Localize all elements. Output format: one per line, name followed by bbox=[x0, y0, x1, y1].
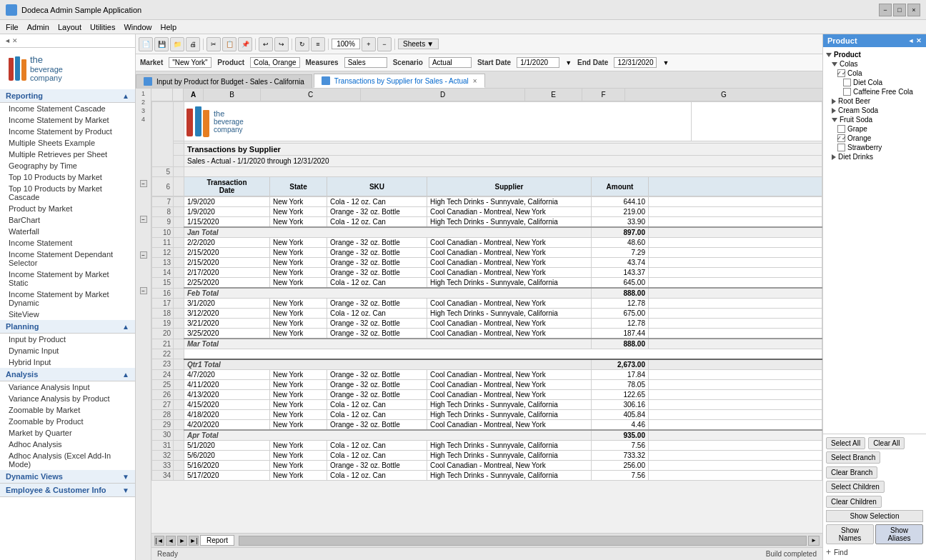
nav-next-btn[interactable]: ► bbox=[177, 536, 187, 546]
section-dynamic-views[interactable]: Dynamic Views ▼ bbox=[0, 470, 135, 484]
sidebar-item-top10-market-cascade[interactable]: Top 10 Products by Market Cascade bbox=[0, 183, 135, 203]
collapse-btn-4[interactable]: − bbox=[140, 287, 147, 294]
tree-item-fruit-soda[interactable]: Fruit Soda bbox=[826, 115, 923, 124]
close-button[interactable]: × bbox=[907, 4, 920, 16]
tab-close-transactions[interactable]: × bbox=[473, 77, 477, 85]
select-children-btn[interactable]: Select Children bbox=[826, 481, 885, 493]
sidebar-item-variance-product[interactable]: Variance Analysis by Product bbox=[0, 393, 135, 404]
section-analysis[interactable]: Analysis ▲ bbox=[0, 368, 135, 381]
market-value[interactable]: "New York" bbox=[169, 57, 211, 68]
start-date-value[interactable]: 1/1/2020 bbox=[517, 57, 559, 68]
zoom-out-btn[interactable]: − bbox=[377, 37, 392, 51]
menu-help[interactable]: Help bbox=[161, 23, 177, 31]
toolbar-print-btn[interactable]: 🖨 bbox=[186, 37, 200, 51]
tree-item-caffeine-free-cola[interactable]: Caffeine Free Cola bbox=[826, 87, 923, 96]
end-date-value[interactable]: 12/31/2020 bbox=[614, 57, 657, 68]
toolbar-copy-btn[interactable]: 📋 bbox=[222, 37, 237, 51]
tab-transactions-supplier[interactable]: Transactions by Supplier for Sales - Act… bbox=[314, 74, 485, 88]
start-date-arrow[interactable]: ▼ bbox=[565, 59, 572, 66]
toolbar-refresh-btn[interactable]: ↻ bbox=[295, 37, 309, 51]
collapse-btn-3[interactable]: − bbox=[140, 251, 147, 259]
menu-window[interactable]: Window bbox=[124, 23, 151, 31]
sidebar-item-zoomable-product[interactable]: Zoomable by Product bbox=[0, 416, 135, 427]
find-row[interactable]: + Find bbox=[826, 547, 923, 557]
zoom-level[interactable]: 100% bbox=[332, 39, 360, 49]
group-level-1[interactable]: 1 bbox=[136, 90, 151, 97]
sheets-dropdown-btn[interactable]: Sheets ▼ bbox=[398, 39, 439, 49]
nav-first-btn[interactable]: |◄ bbox=[154, 536, 164, 546]
sidebar-item-input-product[interactable]: Input by Product bbox=[0, 334, 135, 345]
window-controls[interactable]: − □ × bbox=[879, 4, 920, 16]
zoom-in-btn[interactable]: + bbox=[362, 37, 376, 51]
tree-item-cream-soda[interactable]: Cream Soda bbox=[826, 106, 923, 115]
toolbar-paste-btn[interactable]: 📌 bbox=[238, 37, 252, 51]
sidebar-item-geography-time[interactable]: Geography by Time bbox=[0, 160, 135, 171]
toolbar-open-btn[interactable]: 📁 bbox=[170, 37, 184, 51]
col-d-header[interactable]: D bbox=[361, 89, 525, 101]
tree-orange-checkbox[interactable]: ✓ bbox=[837, 134, 845, 142]
tree-item-cola[interactable]: ✓ Cola bbox=[826, 69, 923, 78]
tree-item-strawberry[interactable]: Strawberry bbox=[826, 143, 923, 152]
section-planning[interactable]: Planning ▲ bbox=[0, 320, 135, 334]
measures-value[interactable]: Sales bbox=[344, 57, 387, 68]
toolbar-undo-btn[interactable]: ↩ bbox=[259, 37, 273, 51]
sidebar-item-income-statement[interactable]: Income Statement bbox=[0, 237, 135, 249]
nav-last-btn[interactable]: ►| bbox=[189, 536, 199, 546]
clear-all-btn[interactable]: Clear All bbox=[868, 437, 905, 449]
product-value[interactable]: Cola, Orange bbox=[250, 57, 299, 68]
col-f-header[interactable]: F bbox=[582, 89, 625, 101]
scroll-right-btn[interactable]: ► bbox=[808, 536, 820, 546]
menu-layout[interactable]: Layout bbox=[58, 23, 81, 31]
tree-item-grape[interactable]: Grape bbox=[826, 124, 923, 134]
sidebar-item-adhoc[interactable]: Adhoc Analysis bbox=[0, 439, 135, 450]
find-label[interactable]: Find bbox=[834, 549, 847, 556]
show-aliases-btn[interactable]: Show Aliases bbox=[875, 524, 923, 544]
select-all-btn[interactable]: Select All bbox=[826, 437, 865, 449]
tree-strawberry-checkbox[interactable] bbox=[837, 144, 845, 151]
sidebar-item-zoomable-market[interactable]: Zoomable by Market bbox=[0, 404, 135, 416]
col-a-header[interactable]: A bbox=[184, 89, 204, 101]
sidebar-item-waterfall[interactable]: Waterfall bbox=[0, 226, 135, 237]
horizontal-scrollbar[interactable] bbox=[239, 536, 807, 546]
toolbar-new-btn[interactable]: 📄 bbox=[139, 37, 153, 51]
tree-item-diet-cola[interactable]: Diet Cola bbox=[826, 78, 923, 87]
sidebar-item-dynamic-input[interactable]: Dynamic Input bbox=[0, 345, 135, 356]
sidebar-item-income-statement-cascade[interactable]: Income Statement Cascade bbox=[0, 103, 135, 114]
sidebar-item-variance-input[interactable]: Variance Analysis Input bbox=[0, 381, 135, 393]
sidebar-item-top10-market[interactable]: Top 10 Products by Market bbox=[0, 171, 135, 183]
select-branch-btn[interactable]: Select Branch bbox=[826, 451, 880, 464]
sidebar-item-product-market[interactable]: Product by Market bbox=[0, 203, 135, 214]
sidebar-item-income-statement-market[interactable]: Income Statement by Market bbox=[0, 114, 135, 126]
col-g-header[interactable]: G bbox=[625, 89, 822, 101]
tree-caffeine-cola-checkbox[interactable] bbox=[843, 88, 851, 96]
toolbar-save-btn[interactable]: 💾 bbox=[154, 37, 169, 51]
sidebar-item-siteview[interactable]: SiteView bbox=[0, 309, 135, 320]
sidebar-item-multiple-retrieves[interactable]: Multiple Retrieves per Sheet bbox=[0, 149, 135, 160]
sidebar-item-adhoc-excel[interactable]: Adhoc Analysis (Excel Add-In Mode) bbox=[0, 450, 135, 470]
tree-item-orange[interactable]: ✓ Orange bbox=[826, 134, 923, 143]
tree-item-diet-drinks[interactable]: Diet Drinks bbox=[826, 152, 923, 161]
col-b-header[interactable]: B bbox=[204, 89, 261, 101]
show-selection-btn[interactable]: Show Selection bbox=[826, 510, 923, 522]
tree-diet-cola-checkbox[interactable] bbox=[843, 79, 851, 86]
tree-cola-checkbox[interactable]: ✓ bbox=[837, 69, 845, 77]
right-panel-controls[interactable]: ◄ ✕ bbox=[908, 37, 922, 44]
scenario-value[interactable]: Actual bbox=[429, 57, 472, 68]
maximize-button[interactable]: □ bbox=[893, 4, 906, 16]
sidebar-item-multiple-sheets[interactable]: Multiple Sheets Example bbox=[0, 137, 135, 149]
clear-children-btn[interactable]: Clear Children bbox=[826, 496, 882, 508]
tree-item-colas[interactable]: Colas bbox=[826, 59, 923, 69]
nav-prev-btn[interactable]: ◄ bbox=[166, 536, 176, 546]
section-reporting[interactable]: Reporting ▲ bbox=[0, 89, 135, 103]
toolbar-cut-btn[interactable]: ✂ bbox=[206, 37, 221, 51]
menu-admin[interactable]: Admin bbox=[27, 23, 49, 31]
end-date-arrow[interactable]: ▼ bbox=[662, 59, 669, 66]
sidebar-item-income-statement-dependant[interactable]: Income Statement Dependant Selector bbox=[0, 249, 135, 269]
sidebar-item-hybrid-input[interactable]: Hybrid Input bbox=[0, 356, 135, 368]
collapse-btn-2[interactable]: − bbox=[140, 216, 147, 223]
minimize-button[interactable]: − bbox=[879, 4, 892, 16]
group-level-4[interactable]: 4 bbox=[136, 116, 151, 123]
menu-file[interactable]: File bbox=[6, 23, 19, 31]
collapse-btn-1[interactable]: − bbox=[140, 180, 147, 187]
tree-root-product[interactable]: Product bbox=[826, 50, 923, 59]
